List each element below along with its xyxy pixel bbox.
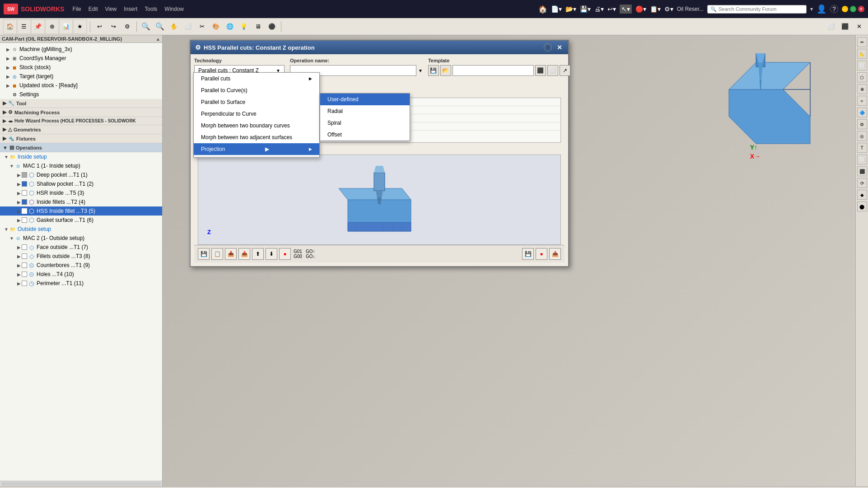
- rsb-btn7[interactable]: 🔷: [857, 108, 867, 117]
- rsb-btn10[interactable]: T: [857, 143, 867, 153]
- menu-file[interactable]: File: [70, 5, 84, 13]
- expand-updated-stock[interactable]: ▶: [5, 83, 11, 88]
- expand-fillets-out[interactable]: ▶: [16, 253, 22, 259]
- rsb-btn9[interactable]: ◎: [857, 131, 867, 141]
- appear-btn[interactable]: 🎨: [210, 20, 222, 33]
- rsb-btn5[interactable]: ⊕: [857, 84, 867, 94]
- expand-inside-setup[interactable]: ▼: [4, 154, 9, 160]
- expand-fillets[interactable]: ▶: [16, 199, 22, 205]
- gasket-checkbox[interactable]: [22, 217, 27, 223]
- expand-coordsys[interactable]: ▶: [5, 56, 11, 61]
- template-input[interactable]: [453, 65, 534, 76]
- settings-icon[interactable]: ⚙▾: [664, 5, 673, 13]
- pin-btn[interactable]: 📌: [32, 20, 44, 33]
- table-icon[interactable]: 📋▾: [650, 5, 661, 13]
- rsb-btn15[interactable]: ⬤: [857, 202, 867, 211]
- holes-checkbox[interactable]: [22, 272, 27, 277]
- view-orient-btn[interactable]: ⬜: [182, 20, 194, 33]
- expand-deep-pocket[interactable]: ▶: [16, 172, 22, 178]
- tech-menu-projection[interactable]: Projection ▶: [194, 143, 319, 155]
- pan-btn[interactable]: ✋: [168, 20, 180, 33]
- expand-panel-btn[interactable]: ⬜: [825, 20, 837, 33]
- search-input[interactable]: [719, 6, 803, 12]
- template-load-btn[interactable]: 📂: [440, 65, 451, 76]
- star-btn[interactable]: ★: [74, 20, 86, 33]
- rsb-btn6[interactable]: ≈: [857, 96, 867, 106]
- expand-machine[interactable]: ▶: [5, 47, 11, 52]
- expand-hsr[interactable]: ▶: [16, 190, 22, 196]
- cursor-icon[interactable]: ↖▾: [620, 5, 632, 14]
- tree-fillets-outside[interactable]: ▶ ◇ Fillets outside ...T3 (8): [0, 252, 162, 261]
- expand-perimeter[interactable]: ▶: [16, 281, 22, 286]
- print-icon[interactable]: 🖨▾: [594, 5, 604, 13]
- tree-shallow-pocket[interactable]: ▶ ⬡ Shallow pocket ...T1 (2): [0, 179, 162, 188]
- tech-menu-morph-adjacent[interactable]: Morph between two adjacent surfaces: [194, 131, 319, 143]
- monitor-btn[interactable]: 🖥: [252, 20, 264, 33]
- hss-checkbox[interactable]: [22, 208, 27, 214]
- minimize-button[interactable]: —: [842, 6, 848, 12]
- bottom-right-red-btn[interactable]: ●: [536, 248, 547, 260]
- rsb-btn3[interactable]: ⬜: [857, 61, 867, 70]
- tree-coordsys[interactable]: ▶ ⊞ CoordSys Manager: [0, 54, 162, 63]
- expand-counterbores[interactable]: ▶: [16, 263, 22, 268]
- menu-tools[interactable]: Tools: [142, 5, 160, 13]
- bottom-save-btn[interactable]: 💾: [198, 248, 210, 260]
- light-btn[interactable]: 💡: [238, 20, 250, 33]
- expand-stock[interactable]: ▶: [5, 65, 11, 70]
- inside-fillets-checkbox[interactable]: [22, 199, 27, 205]
- record-icon[interactable]: 🔴▾: [635, 5, 646, 13]
- tree-target[interactable]: ▶ ◎ Target (target): [0, 72, 162, 81]
- menu-insert[interactable]: Insert: [121, 5, 140, 13]
- tree-mac1[interactable]: ▼ ⊙ MAC 1 (1- Inside setup): [0, 161, 162, 170]
- tree-perimeter[interactable]: ▶ ◷ Perimeter ...T1 (11): [0, 279, 162, 288]
- expand-outside-setup[interactable]: ▼: [4, 226, 9, 232]
- bottom-up-btn[interactable]: ⬆: [252, 248, 264, 260]
- dialog-close-btn[interactable]: ✕: [555, 43, 564, 52]
- proj-radial[interactable]: Radial: [320, 105, 410, 117]
- proj-spiral[interactable]: Spiral: [320, 117, 410, 129]
- tech-menu-parallel-surface[interactable]: Parallel to Surface: [194, 96, 319, 108]
- tree-deep-pocket[interactable]: ▶ ⬡ Deep pocket ...T1 (1): [0, 170, 162, 179]
- tree-inside-setup[interactable]: ▼ 📁 Inside setup: [0, 152, 162, 161]
- close-button[interactable]: ✕: [858, 6, 864, 12]
- fillets-out-checkbox[interactable]: [22, 253, 27, 259]
- save-icon[interactable]: 💾▾: [580, 5, 591, 13]
- face-checkbox[interactable]: [22, 244, 27, 250]
- template-save-btn[interactable]: 💾: [428, 65, 439, 76]
- tree-machine[interactable]: ▶ ⚙ Machine (gMilling_3x): [0, 45, 162, 54]
- split-btn[interactable]: ⬛: [839, 20, 851, 33]
- expand-face[interactable]: ▶: [16, 244, 22, 250]
- undo-btn[interactable]: ↩: [93, 20, 106, 33]
- home-icon[interactable]: 🏠: [538, 5, 547, 14]
- proj-offset[interactable]: Offset: [320, 129, 410, 141]
- template-icon1[interactable]: ⬛: [535, 65, 546, 76]
- undo-icon[interactable]: ↩▾: [607, 5, 616, 13]
- section-operations[interactable]: ▼ ▤ Operations: [0, 143, 162, 152]
- menu-view[interactable]: View: [102, 5, 119, 13]
- bottom-right-save-btn[interactable]: 💾: [522, 248, 534, 260]
- expand-target[interactable]: ▶: [5, 74, 11, 79]
- bottom-red-btn[interactable]: ●: [279, 248, 291, 260]
- tree-stock[interactable]: ▶ ◼ Stock (stock): [0, 63, 162, 72]
- section-btn[interactable]: ✂: [196, 20, 208, 33]
- tree-outside-setup[interactable]: ▼ 📁 Outside setup: [0, 225, 162, 234]
- search-dropdown-icon[interactable]: ▾: [810, 6, 813, 12]
- tree-hsr-inside[interactable]: ▶ ⬡ HSR inside ...T5 (3): [0, 188, 162, 197]
- help-icon[interactable]: ?: [830, 5, 838, 13]
- shallow-pocket-checkbox[interactable]: [22, 181, 27, 187]
- rebuild-btn[interactable]: ⚙: [121, 20, 134, 33]
- section-geometries[interactable]: ▶ △ Geometries: [0, 125, 162, 134]
- render-btn[interactable]: 🌐: [224, 20, 236, 33]
- sphere-btn[interactable]: ⚫: [266, 20, 278, 33]
- expand-mac1[interactable]: ▼: [9, 163, 14, 169]
- rsb-btn1[interactable]: ✏: [857, 37, 867, 47]
- section-machining[interactable]: ▶ ⚙ Machining Process: [0, 108, 162, 117]
- tree-face-outside[interactable]: ▶ ◇ Face outside ...T1 (7): [0, 243, 162, 252]
- rsb-btn11[interactable]: ⬜: [857, 155, 867, 164]
- section-tool[interactable]: ▶ 🔧 Tool: [0, 99, 162, 108]
- expand-mac2[interactable]: ▼: [9, 235, 14, 241]
- bottom-copy-btn[interactable]: 📋: [211, 248, 223, 260]
- op-dropdown-arrow[interactable]: ▼: [418, 68, 423, 73]
- target-btn[interactable]: ⊕: [46, 20, 58, 33]
- section-hole-wizard[interactable]: ▶ 🕳 Hole Wizard Process (HOLE PROCESSES …: [0, 117, 162, 125]
